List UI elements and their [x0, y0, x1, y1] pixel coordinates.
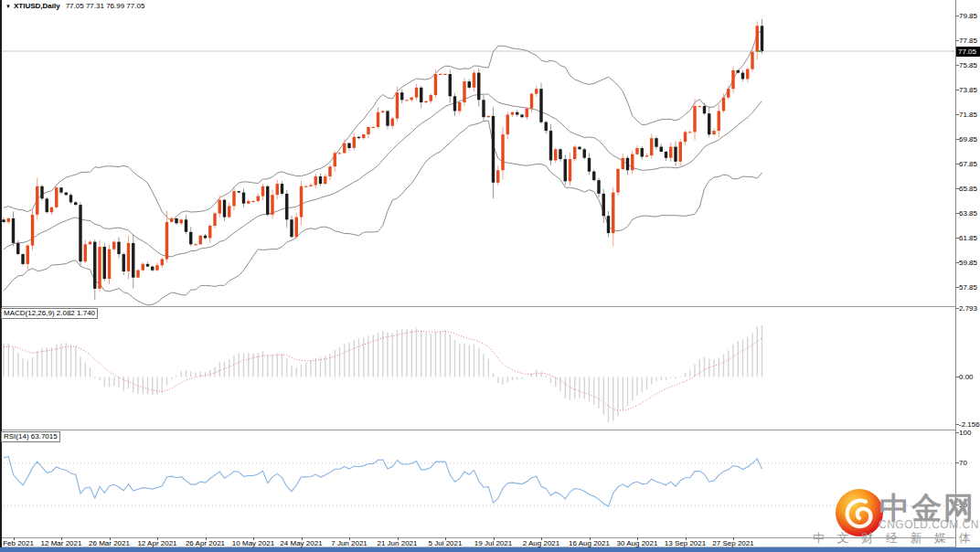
rsi-axis-label: 70: [959, 459, 967, 467]
macd-pane[interactable]: [0, 307, 955, 430]
price-axis-label: 71.85: [959, 111, 977, 119]
time-axis-label: 10 May 2021: [232, 539, 274, 547]
rsi-axis-label: 30: [959, 501, 967, 509]
time-axis-label: 19 Jul 2021: [474, 539, 512, 547]
price-axis-label: 73.85: [959, 86, 977, 94]
macd-axis-label: 0.00: [959, 373, 974, 381]
ohlc-readout: 77.05 77.31 76.99 77.05: [66, 2, 145, 10]
window-left-border: [0, 0, 2, 547]
price-chart-pane[interactable]: [0, 0, 955, 307]
time-axis-label: 24 May 2021: [280, 539, 322, 547]
macd-histogram: [4, 325, 762, 422]
time-axis-label: 12 Mar 2021: [41, 539, 82, 547]
time-axis-label: 13 Sep 2021: [665, 539, 706, 547]
price-axis[interactable]: 77.05 79.8577.8575.8573.8571.8569.8567.8…: [955, 0, 980, 547]
price-axis-label: 75.85: [959, 61, 977, 69]
pane-separator[interactable]: [0, 430, 980, 430]
rsi-pane[interactable]: [0, 430, 955, 537]
chart-title: ▼XTIUSD,Daily77.05 77.31 76.99 77.05: [5, 2, 144, 10]
bollinger-bands: [4, 29, 762, 305]
time-axis-label: 27 Sep 2021: [712, 539, 753, 547]
time-axis-label: 30 Aug 2021: [617, 539, 658, 547]
time-axis-label: 12 Apr 2021: [137, 539, 176, 547]
rsi-level-lines: [0, 463, 955, 505]
time-axis-label: 21 Jun 2021: [377, 539, 417, 547]
symbol-timeframe-label: XTIUSD,Daily: [14, 2, 60, 10]
collapse-arrow-icon[interactable]: ▼: [5, 4, 11, 9]
time-axis-label: 7 Jun 2021: [331, 539, 368, 547]
macd-axis-label: 2.793: [959, 304, 977, 313]
rsi-indicator-label: RSI(14) 63.7015: [1, 431, 60, 442]
bottom-bar: [0, 547, 980, 552]
macd-axis-label: -2.156: [959, 420, 980, 429]
price-axis-label: 65.85: [959, 185, 977, 193]
price-axis-label: 63.85: [959, 209, 977, 218]
price-axis-label: 69.85: [959, 135, 977, 143]
pane-separator[interactable]: [0, 306, 980, 307]
time-axis-label: 2 Aug 2021: [523, 539, 559, 547]
rsi-axis-label: 100: [959, 429, 971, 437]
time-axis-label: 26 Feb 2021: [0, 539, 34, 547]
price-axis-label: 59.85: [959, 259, 977, 267]
time-axis-label: 26 Mar 2021: [89, 539, 130, 547]
ask-marker: [758, 50, 762, 52]
time-axis-label: 16 Aug 2021: [569, 539, 610, 547]
candle-bodies: [2, 26, 763, 289]
mt4-chart-window: { "window": { "title_arrow": "▼", "symbo…: [0, 0, 980, 552]
price-axis-label: 79.85: [959, 12, 977, 20]
price-axis-label: 67.85: [959, 160, 977, 168]
macd-indicator-label: MACD(12,26,9) 2.082 1.740: [1, 308, 98, 319]
time-axis-label: 5 Jul 2021: [429, 539, 463, 547]
price-axis-label: 61.85: [959, 234, 977, 242]
rsi-line: [4, 457, 762, 507]
price-axis-label: 77.85: [959, 37, 977, 45]
time-axis-label: 26 Apr 2021: [186, 539, 225, 547]
current-price-tag: 77.05: [956, 47, 980, 57]
price-axis-label: 57.85: [959, 283, 977, 292]
